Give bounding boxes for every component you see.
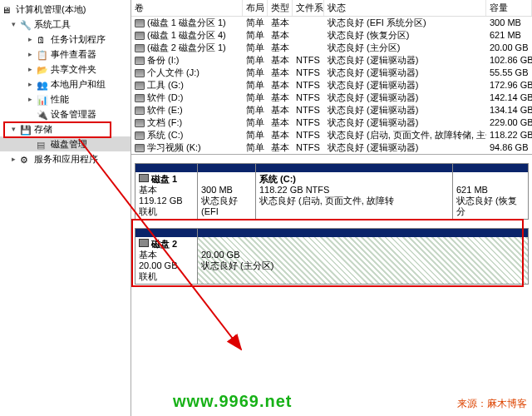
vol-fs: NTFS <box>293 104 324 116</box>
expand-icon[interactable]: ▸ <box>28 92 37 106</box>
disk-size: 119.12 GB <box>139 196 183 206</box>
vol-layout: 简单 <box>243 67 268 79</box>
vol-capacity: 20.00 GB <box>486 42 532 54</box>
table-row[interactable]: 系统 (C:)简单基本NTFS状态良好 (启动, 页面文件, 故障转储, 主分区… <box>131 129 532 141</box>
col-type[interactable]: 类型 <box>268 0 293 16</box>
nav-tree: 计算机管理(本地) ▾系统工具 ▸任务计划程序 ▸事件查看器 ▸共享文件夹 ▸本… <box>0 0 131 416</box>
vol-fs: NTFS <box>293 92 324 104</box>
tree-users[interactable]: ▸本地用户和组 <box>0 77 131 92</box>
col-fs[interactable]: 文件系统 <box>293 0 324 16</box>
table-row[interactable]: 工具 (G:)简单基本NTFS状态良好 (逻辑驱动器)172.96 GB <box>131 79 532 92</box>
col-layout[interactable]: 布局 <box>243 0 268 16</box>
vol-layout: 简单 <box>243 92 268 104</box>
disk-status: 联机 <box>139 206 157 216</box>
volume-icon <box>135 106 145 115</box>
part-size: 621 MB <box>456 185 488 195</box>
vol-capacity: 229.00 GB <box>486 116 532 129</box>
table-row[interactable]: 软件 (E:)简单基本NTFS状态良好 (逻辑驱动器)134.14 GB <box>131 104 532 116</box>
vol-type: 基本 <box>268 42 293 54</box>
vol-status: 状态良好 (启动, 页面文件, 故障转储, 主分区) <box>324 129 486 141</box>
table-row[interactable]: (磁盘 2 磁盘分区 1)简单基本状态良好 (主分区)20.00 GB <box>131 42 532 54</box>
volume-icon <box>135 94 145 102</box>
vol-capacity: 118.22 GB <box>486 129 532 141</box>
vol-status: 状态良好 (恢复分区) <box>324 29 486 42</box>
partition[interactable]: 系统 (C:)118.22 GB NTFS状态良好 (启动, 页面文件, 故障转 <box>256 164 453 219</box>
vol-name: 文档 (F:) <box>147 116 182 129</box>
part-size: 20.00 GB <box>201 250 239 260</box>
vol-capacity: 172.96 GB <box>486 79 532 92</box>
tree-label: 系统工具 <box>34 17 71 31</box>
source-label: 来源：麻木博客 <box>457 397 527 411</box>
table-row[interactable]: 学习视频 (K:)简单基本NTFS状态良好 (逻辑驱动器)94.86 GB <box>131 141 532 154</box>
volume-icon <box>135 131 145 140</box>
tree-label: 性能 <box>51 92 69 106</box>
vol-type: 基本 <box>268 67 293 79</box>
tree-device[interactable]: 设备管理器 <box>0 106 131 121</box>
vol-name: 软件 (D:) <box>147 92 183 104</box>
disk-row-1[interactable]: 磁盘 1 基本 119.12 GB 联机 300 MB状态良好 (EFI 系统 … <box>135 163 529 220</box>
vol-fs: NTFS <box>293 116 324 129</box>
expand-icon[interactable]: ▸ <box>28 77 37 91</box>
tree-services[interactable]: ▸服务和应用程序 <box>0 151 131 166</box>
tree-label: 共享文件夹 <box>51 62 96 76</box>
tree-root[interactable]: 计算机管理(本地) <box>0 2 131 17</box>
vol-type: 基本 <box>268 29 293 42</box>
vol-type: 基本 <box>268 116 293 129</box>
col-status[interactable]: 状态 <box>324 0 486 16</box>
vol-layout: 简单 <box>243 129 268 141</box>
tree-perf[interactable]: ▸性能 <box>0 92 131 106</box>
tree-label: 本地用户和组 <box>51 77 106 91</box>
vol-capacity: 621 MB <box>486 29 532 42</box>
vol-capacity: 134.14 GB <box>486 104 532 116</box>
vol-fs <box>293 42 324 54</box>
users-icon <box>37 78 48 90</box>
tree-label: 任务计划程序 <box>51 32 106 46</box>
col-capacity[interactable]: 容量 <box>486 0 532 16</box>
expand-icon[interactable]: ▸ <box>28 32 37 46</box>
part-status: 状态良好 (主分区) <box>201 260 273 270</box>
partition[interactable]: 621 MB状态良好 (恢复分 <box>453 164 528 219</box>
vol-status: 状态良好 (逻辑驱动器) <box>324 116 486 129</box>
table-row[interactable]: 个人文件 (J:)简单基本NTFS状态良好 (逻辑驱动器)55.55 GB <box>131 67 532 79</box>
table-row[interactable]: 备份 (I:)简单基本NTFS状态良好 (逻辑驱动器)102.86 GB <box>131 54 532 67</box>
tree-label: 设备管理器 <box>51 107 96 121</box>
table-row[interactable]: (磁盘 1 磁盘分区 4)简单基本状态良好 (恢复分区)621 MB <box>131 29 532 42</box>
vol-layout: 简单 <box>243 17 268 29</box>
volume-icon <box>135 69 145 77</box>
tree-share[interactable]: ▸共享文件夹 <box>0 62 131 77</box>
tree-task[interactable]: ▸任务计划程序 <box>0 32 131 47</box>
col-volume[interactable]: 卷 <box>131 0 243 16</box>
partition[interactable]: 300 MB状态良好 (EFI <box>198 164 256 219</box>
vol-fs: NTFS <box>293 141 324 154</box>
partition[interactable]: 20.00 GB状态良好 (主分区) <box>198 229 528 284</box>
collapse-icon[interactable]: ▾ <box>12 17 20 31</box>
computer-icon <box>2 3 13 15</box>
vol-status: 状态良好 (逻辑驱动器) <box>324 67 486 79</box>
vol-capacity: 142.14 GB <box>486 92 532 104</box>
expand-icon[interactable]: ▸ <box>28 62 37 76</box>
vol-type: 基本 <box>268 54 293 67</box>
table-row[interactable]: (磁盘 1 磁盘分区 1)简单基本状态良好 (EFI 系统分区)300 MB <box>131 17 532 29</box>
watermark-text: www.9969.net <box>173 392 293 411</box>
vol-status: 状态良好 (主分区) <box>324 42 486 54</box>
tree-event[interactable]: ▸事件查看器 <box>0 47 131 62</box>
vol-type: 基本 <box>268 17 293 29</box>
vol-capacity: 102.86 GB <box>486 54 532 67</box>
tree-diskmgmt[interactable]: 磁盘管理 <box>0 136 131 151</box>
disk-type: 基本 <box>139 185 157 195</box>
table-body: (磁盘 1 磁盘分区 1)简单基本状态良好 (EFI 系统分区)300 MB(磁… <box>131 17 532 154</box>
tree-storage[interactable]: ▾存储 <box>0 121 131 136</box>
drive-icon <box>139 239 149 247</box>
expand-icon[interactable]: ▸ <box>12 152 20 166</box>
collapse-icon[interactable]: ▾ <box>12 122 20 136</box>
table-row[interactable]: 软件 (D:)简单基本NTFS状态良好 (逻辑驱动器)142.14 GB <box>131 92 532 104</box>
vol-name: 软件 (E:) <box>147 104 183 116</box>
tree-systools[interactable]: ▾系统工具 <box>0 17 131 32</box>
vol-name: (磁盘 2 磁盘分区 1) <box>147 42 226 54</box>
disk-row-2[interactable]: 磁盘 2 基本 20.00 GB 联机 20.00 GB状态良好 (主分区) <box>135 228 529 285</box>
vol-type: 基本 <box>268 141 293 154</box>
disk-graphical-view: 磁盘 1 基本 119.12 GB 联机 300 MB状态良好 (EFI 系统 … <box>131 155 532 416</box>
vol-capacity: 300 MB <box>486 17 532 29</box>
expand-icon[interactable]: ▸ <box>28 47 37 61</box>
table-row[interactable]: 文档 (F:)简单基本NTFS状态良好 (逻辑驱动器)229.00 GB <box>131 116 532 129</box>
